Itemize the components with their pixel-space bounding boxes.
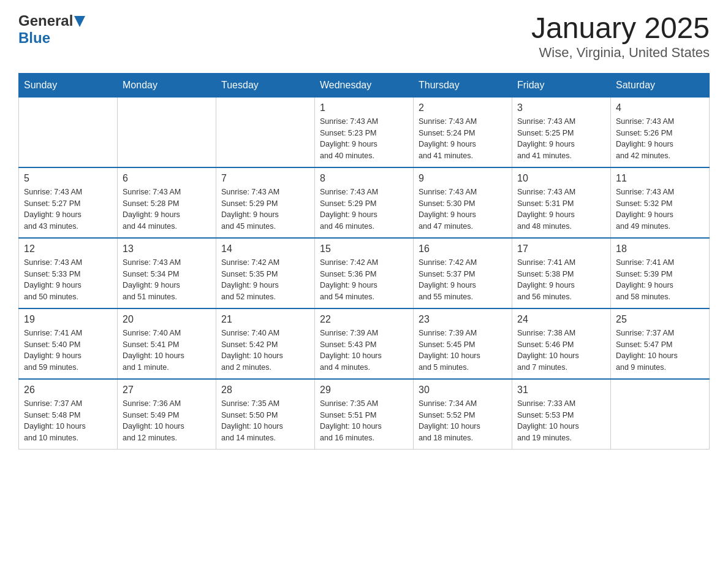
day-info: Sunrise: 7:33 AMSunset: 5:53 PMDaylight:… xyxy=(517,398,605,444)
calendar-cell: 14Sunrise: 7:42 AMSunset: 5:35 PMDayligh… xyxy=(216,238,315,308)
day-of-week-header: Thursday xyxy=(414,73,512,97)
day-of-week-header: Wednesday xyxy=(315,73,414,97)
page-header: General Blue January 2025 Wise, Virginia… xyxy=(18,12,710,61)
day-info: Sunrise: 7:43 AMSunset: 5:33 PMDaylight:… xyxy=(24,257,112,303)
day-info: Sunrise: 7:37 AMSunset: 5:48 PMDaylight:… xyxy=(24,398,112,444)
title-area: January 2025 Wise, Virginia, United Stat… xyxy=(531,12,710,61)
day-number: 29 xyxy=(320,385,408,396)
day-info: Sunrise: 7:41 AMSunset: 5:39 PMDaylight:… xyxy=(616,257,704,303)
calendar-header-row: SundayMondayTuesdayWednesdayThursdayFrid… xyxy=(19,73,710,97)
day-number: 9 xyxy=(419,173,507,184)
day-number: 18 xyxy=(616,243,704,255)
calendar-cell: 12Sunrise: 7:43 AMSunset: 5:33 PMDayligh… xyxy=(19,238,118,308)
day-info: Sunrise: 7:41 AMSunset: 5:38 PMDaylight:… xyxy=(517,257,605,303)
day-number: 1 xyxy=(320,102,408,113)
day-of-week-header: Friday xyxy=(512,73,611,97)
day-number: 22 xyxy=(320,314,408,325)
logo-general-text: General xyxy=(18,12,73,29)
day-info: Sunrise: 7:39 AMSunset: 5:43 PMDaylight:… xyxy=(320,327,408,373)
day-info: Sunrise: 7:41 AMSunset: 5:40 PMDaylight:… xyxy=(24,327,112,373)
calendar-cell: 11Sunrise: 7:43 AMSunset: 5:32 PMDayligh… xyxy=(611,167,710,238)
calendar-cell: 25Sunrise: 7:37 AMSunset: 5:47 PMDayligh… xyxy=(611,308,710,379)
calendar-week-row: 26Sunrise: 7:37 AMSunset: 5:48 PMDayligh… xyxy=(19,379,710,450)
day-info: Sunrise: 7:43 AMSunset: 5:29 PMDaylight:… xyxy=(221,186,309,232)
day-number: 11 xyxy=(616,173,704,184)
calendar-cell: 10Sunrise: 7:43 AMSunset: 5:31 PMDayligh… xyxy=(512,167,611,238)
day-of-week-header: Sunday xyxy=(19,73,118,97)
calendar-cell: 21Sunrise: 7:40 AMSunset: 5:42 PMDayligh… xyxy=(216,308,315,379)
calendar-cell: 8Sunrise: 7:43 AMSunset: 5:29 PMDaylight… xyxy=(315,167,414,238)
day-info: Sunrise: 7:36 AMSunset: 5:49 PMDaylight:… xyxy=(123,398,211,444)
calendar-cell: 29Sunrise: 7:35 AMSunset: 5:51 PMDayligh… xyxy=(315,379,414,450)
day-info: Sunrise: 7:40 AMSunset: 5:41 PMDaylight:… xyxy=(123,327,211,373)
day-info: Sunrise: 7:43 AMSunset: 5:25 PMDaylight:… xyxy=(517,116,605,162)
day-number: 6 xyxy=(123,173,211,184)
day-number: 20 xyxy=(123,314,211,325)
day-info: Sunrise: 7:42 AMSunset: 5:37 PMDaylight:… xyxy=(419,257,507,303)
day-info: Sunrise: 7:34 AMSunset: 5:52 PMDaylight:… xyxy=(419,398,507,444)
calendar-week-row: 12Sunrise: 7:43 AMSunset: 5:33 PMDayligh… xyxy=(19,238,710,308)
calendar-cell: 30Sunrise: 7:34 AMSunset: 5:52 PMDayligh… xyxy=(414,379,512,450)
day-info: Sunrise: 7:40 AMSunset: 5:42 PMDaylight:… xyxy=(221,327,309,373)
calendar-week-row: 5Sunrise: 7:43 AMSunset: 5:27 PMDaylight… xyxy=(19,167,710,238)
calendar-cell: 16Sunrise: 7:42 AMSunset: 5:37 PMDayligh… xyxy=(414,238,512,308)
calendar-week-row: 1Sunrise: 7:43 AMSunset: 5:23 PMDaylight… xyxy=(19,97,710,167)
day-info: Sunrise: 7:43 AMSunset: 5:26 PMDaylight:… xyxy=(616,116,704,162)
day-number: 21 xyxy=(221,314,309,325)
calendar-cell: 19Sunrise: 7:41 AMSunset: 5:40 PMDayligh… xyxy=(19,308,118,379)
day-number: 8 xyxy=(320,173,408,184)
calendar-cell: 31Sunrise: 7:33 AMSunset: 5:53 PMDayligh… xyxy=(512,379,611,450)
calendar-cell xyxy=(611,379,710,450)
day-info: Sunrise: 7:39 AMSunset: 5:45 PMDaylight:… xyxy=(419,327,507,373)
day-info: Sunrise: 7:35 AMSunset: 5:51 PMDaylight:… xyxy=(320,398,408,444)
day-number: 12 xyxy=(24,243,112,255)
day-number: 31 xyxy=(517,385,605,396)
calendar-cell xyxy=(19,97,118,167)
day-number: 5 xyxy=(24,173,112,184)
day-number: 14 xyxy=(221,243,309,255)
calendar-week-row: 19Sunrise: 7:41 AMSunset: 5:40 PMDayligh… xyxy=(19,308,710,379)
day-info: Sunrise: 7:42 AMSunset: 5:36 PMDaylight:… xyxy=(320,257,408,303)
month-title: January 2025 xyxy=(531,12,710,45)
day-of-week-header: Monday xyxy=(118,73,216,97)
day-number: 24 xyxy=(517,314,605,325)
logo: General Blue xyxy=(18,12,85,47)
day-info: Sunrise: 7:43 AMSunset: 5:24 PMDaylight:… xyxy=(419,116,507,162)
calendar-cell: 26Sunrise: 7:37 AMSunset: 5:48 PMDayligh… xyxy=(19,379,118,450)
calendar-cell: 1Sunrise: 7:43 AMSunset: 5:23 PMDaylight… xyxy=(315,97,414,167)
svg-marker-0 xyxy=(74,16,85,27)
logo-blue-text: Blue xyxy=(18,29,50,46)
calendar-cell: 2Sunrise: 7:43 AMSunset: 5:24 PMDaylight… xyxy=(414,97,512,167)
day-number: 26 xyxy=(24,385,112,396)
day-info: Sunrise: 7:43 AMSunset: 5:27 PMDaylight:… xyxy=(24,186,112,232)
calendar-cell: 9Sunrise: 7:43 AMSunset: 5:30 PMDaylight… xyxy=(414,167,512,238)
calendar-cell: 22Sunrise: 7:39 AMSunset: 5:43 PMDayligh… xyxy=(315,308,414,379)
day-number: 7 xyxy=(221,173,309,184)
day-info: Sunrise: 7:43 AMSunset: 5:30 PMDaylight:… xyxy=(419,186,507,232)
calendar-cell: 15Sunrise: 7:42 AMSunset: 5:36 PMDayligh… xyxy=(315,238,414,308)
day-number: 28 xyxy=(221,385,309,396)
day-info: Sunrise: 7:43 AMSunset: 5:34 PMDaylight:… xyxy=(123,257,211,303)
calendar-cell: 13Sunrise: 7:43 AMSunset: 5:34 PMDayligh… xyxy=(118,238,216,308)
day-info: Sunrise: 7:42 AMSunset: 5:35 PMDaylight:… xyxy=(221,257,309,303)
day-number: 15 xyxy=(320,243,408,255)
day-number: 16 xyxy=(419,243,507,255)
calendar-cell: 24Sunrise: 7:38 AMSunset: 5:46 PMDayligh… xyxy=(512,308,611,379)
calendar-cell: 27Sunrise: 7:36 AMSunset: 5:49 PMDayligh… xyxy=(118,379,216,450)
calendar-cell xyxy=(118,97,216,167)
day-number: 2 xyxy=(419,102,507,113)
logo-triangle-icon xyxy=(74,16,85,27)
calendar-cell: 4Sunrise: 7:43 AMSunset: 5:26 PMDaylight… xyxy=(611,97,710,167)
day-info: Sunrise: 7:35 AMSunset: 5:50 PMDaylight:… xyxy=(221,398,309,444)
calendar-cell: 20Sunrise: 7:40 AMSunset: 5:41 PMDayligh… xyxy=(118,308,216,379)
day-number: 30 xyxy=(419,385,507,396)
day-number: 23 xyxy=(419,314,507,325)
calendar-cell: 5Sunrise: 7:43 AMSunset: 5:27 PMDaylight… xyxy=(19,167,118,238)
calendar-cell: 18Sunrise: 7:41 AMSunset: 5:39 PMDayligh… xyxy=(611,238,710,308)
day-info: Sunrise: 7:38 AMSunset: 5:46 PMDaylight:… xyxy=(517,327,605,373)
calendar-cell: 28Sunrise: 7:35 AMSunset: 5:50 PMDayligh… xyxy=(216,379,315,450)
calendar-cell: 3Sunrise: 7:43 AMSunset: 5:25 PMDaylight… xyxy=(512,97,611,167)
day-of-week-header: Saturday xyxy=(611,73,710,97)
calendar-cell: 17Sunrise: 7:41 AMSunset: 5:38 PMDayligh… xyxy=(512,238,611,308)
calendar-cell: 23Sunrise: 7:39 AMSunset: 5:45 PMDayligh… xyxy=(414,308,512,379)
